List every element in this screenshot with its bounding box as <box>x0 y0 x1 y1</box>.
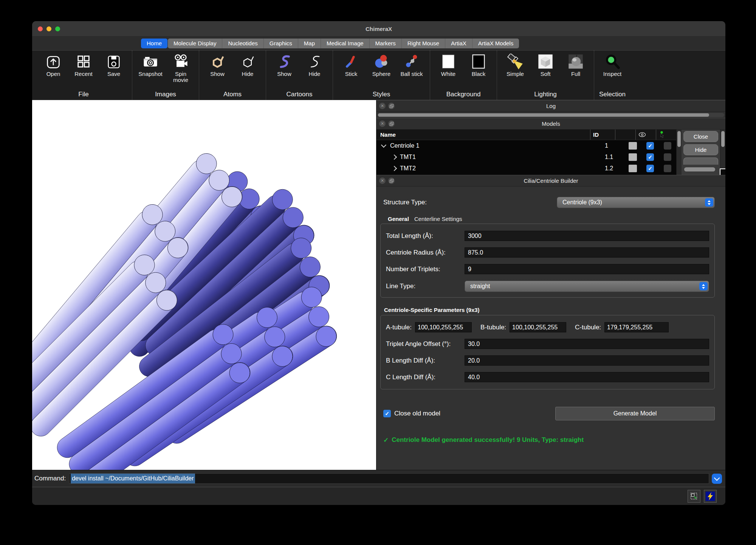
tab-right-mouse[interactable]: Right Mouse <box>402 39 445 48</box>
expander-collapse-icon[interactable] <box>381 142 386 148</box>
models-undock-icon[interactable] <box>388 120 395 127</box>
builder-status-message: ✓ Centriole Model generated successfully… <box>383 436 725 444</box>
model-row-tmt2[interactable]: TMT2 1.2 <box>376 163 676 174</box>
atoms-hide-button[interactable]: Hide <box>234 54 261 77</box>
tab-home[interactable]: Home <box>141 39 167 48</box>
builder-close-icon[interactable] <box>379 178 386 184</box>
scrollbar-thumb[interactable] <box>677 131 681 147</box>
models-close-icon[interactable] <box>379 120 386 127</box>
total-length-input[interactable]: 3000 <box>465 231 709 241</box>
tab-molecule-display[interactable]: Molecule Display <box>168 39 222 48</box>
b-length-diff-input[interactable]: 20.0 <box>465 355 709 366</box>
models-tree-scrollbar[interactable] <box>676 130 682 175</box>
atoms-show-icon <box>209 54 226 70</box>
column-header-name[interactable]: Name <box>376 130 590 140</box>
minimize-window-button[interactable] <box>46 26 51 31</box>
generate-model-button[interactable]: Generate Model <box>555 407 715 420</box>
cartoons-show-button[interactable]: Show <box>271 54 298 77</box>
drag-select-icon <box>689 492 699 501</box>
model-row-tmt1[interactable]: TMT1 1.1 <box>376 151 676 163</box>
number-of-triplets-label: Number of Triplets: <box>386 266 465 273</box>
lightning-icon <box>705 491 716 502</box>
model-shown-checkbox[interactable] <box>646 165 654 172</box>
resize-corner[interactable] <box>720 168 725 175</box>
model-id: 1 <box>602 142 624 149</box>
fast-mode-button[interactable] <box>704 490 717 503</box>
models-close-button[interactable]: Close <box>683 131 718 142</box>
tab-medical-image[interactable]: Medical Image <box>321 39 370 48</box>
a-tubule-input[interactable]: 100,100,255,255 <box>415 322 472 332</box>
c-length-diff-input[interactable]: 40.0 <box>465 372 709 382</box>
tab-graphics[interactable]: Graphics <box>264 39 298 48</box>
atoms-show-button[interactable]: Show <box>204 54 231 77</box>
sphere-style-button[interactable]: Sphere <box>368 54 395 77</box>
column-header-select[interactable] <box>656 130 676 140</box>
model-color-swatch[interactable] <box>629 142 637 150</box>
tab-map[interactable]: Map <box>298 39 321 48</box>
models-hide-button[interactable]: Hide <box>683 144 718 155</box>
lighting-soft-button[interactable]: Soft <box>532 54 559 77</box>
close-window-button[interactable] <box>38 26 43 31</box>
tab-nucleotides[interactable]: Nucleotides <box>222 39 263 48</box>
camera-icon <box>142 54 159 70</box>
ball-stick-style-button[interactable]: Ball stick <box>398 54 425 77</box>
tab-artiax[interactable]: ArtiaX <box>445 39 472 48</box>
log-scrollbar-thumb[interactable] <box>378 113 709 117</box>
triplet-angle-offset-input[interactable]: 30.0 <box>465 339 709 349</box>
model-row-centriole-1[interactable]: Centriole 1 1 <box>376 140 676 151</box>
command-input[interactable]: devel install ~/Documents/GitHub/CiliaBu… <box>69 473 709 484</box>
model-select-toggle[interactable] <box>664 153 671 161</box>
mouse-mode-button[interactable] <box>688 490 700 503</box>
close-old-model-checkbox-row[interactable]: Close old model <box>383 410 440 417</box>
model-shown-checkbox[interactable] <box>646 142 654 150</box>
lighting-simple-button[interactable]: Simple <box>502 54 529 77</box>
b-tubule-input[interactable]: 100,100,255,255 <box>510 322 566 332</box>
command-label: Command: <box>34 475 66 482</box>
close-old-model-checkbox[interactable] <box>383 410 391 417</box>
stick-style-button[interactable]: Stick <box>338 54 365 77</box>
models-panel-scrollbar[interactable] <box>720 130 725 175</box>
tab-artiax-models[interactable]: ArtiaX Models <box>472 39 519 48</box>
log-undock-icon[interactable] <box>388 103 395 109</box>
line-type-dropdown[interactable]: straight <box>465 281 709 292</box>
lighting-full-button[interactable]: Full <box>562 54 589 77</box>
centriole-radius-input[interactable]: 875.0 <box>465 247 709 258</box>
command-history-button[interactable] <box>712 474 722 484</box>
tab-centerline-settings[interactable]: Centerline Settings <box>414 216 462 222</box>
model-select-toggle[interactable] <box>664 142 671 150</box>
log-close-icon[interactable] <box>379 103 386 109</box>
inspect-button[interactable]: Inspect <box>599 54 626 77</box>
save-button[interactable]: Save <box>100 54 127 77</box>
column-header-shown[interactable] <box>635 130 656 140</box>
builder-undock-icon[interactable] <box>388 178 395 184</box>
cartoons-hide-button[interactable]: Hide <box>301 54 328 77</box>
number-of-triplets-input[interactable]: 9 <box>465 264 709 274</box>
zoom-window-button[interactable] <box>55 26 60 31</box>
log-scrollbar[interactable] <box>376 112 725 118</box>
c-tubule-input[interactable]: 179,179,255,255 <box>604 322 669 332</box>
expander-expand-icon[interactable] <box>392 166 397 171</box>
column-header-id[interactable]: ID <box>590 130 615 140</box>
snapshot-button[interactable]: Snapshot <box>137 54 164 83</box>
graphics-viewport[interactable] <box>32 100 376 470</box>
open-button[interactable]: Open <box>40 54 67 77</box>
models-tree: Name ID Centriole 1 1 <box>376 130 676 175</box>
background-black-button[interactable]: Black <box>465 54 492 77</box>
tab-markers[interactable]: Markers <box>370 39 402 48</box>
spin-movie-button[interactable]: Spin movie <box>167 54 194 83</box>
background-white-button[interactable]: White <box>435 54 462 77</box>
recent-button[interactable]: Recent <box>70 54 97 77</box>
structure-type-dropdown[interactable]: Centriole (9x3) <box>557 197 715 208</box>
model-select-toggle[interactable] <box>664 165 671 172</box>
model-shown-checkbox[interactable] <box>646 153 654 161</box>
dropdown-stepper-icon <box>705 198 713 207</box>
model-color-swatch[interactable] <box>629 165 637 172</box>
white-square-icon <box>440 54 457 70</box>
column-header-color[interactable] <box>615 130 635 140</box>
model-color-swatch[interactable] <box>629 153 637 161</box>
scrollbar-thumb[interactable] <box>721 131 725 147</box>
tab-general[interactable]: General <box>388 216 409 222</box>
expander-expand-icon[interactable] <box>392 154 397 160</box>
models-clipped-button[interactable] <box>683 157 718 165</box>
models-hscrollbar-thumb[interactable] <box>684 167 715 171</box>
